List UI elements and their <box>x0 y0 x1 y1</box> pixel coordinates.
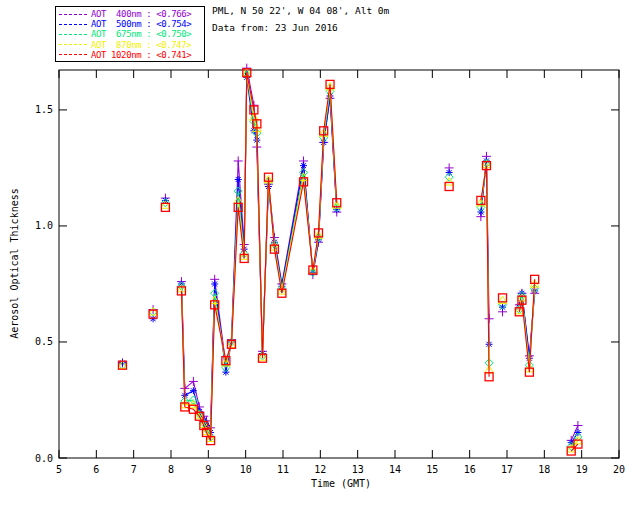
x-axis-title: Time (GMT) <box>296 478 386 489</box>
y-tick-label-1.5: 1.5 <box>35 104 53 115</box>
legend-line-sample-500nm <box>59 24 87 25</box>
y-axis-title: Aerosol Optical Thickness <box>9 184 20 344</box>
legend-label-870nm: AOT 870nm : <0.747> <box>91 40 191 50</box>
legend-entry-675nm: AOT 675nm : <0.750> <box>59 29 204 39</box>
legend-entry-870nm: AOT 870nm : <0.747> <box>59 40 204 50</box>
y-tick-label-0.0: 0.0 <box>35 453 53 464</box>
x-tick-label-11: 11 <box>277 464 289 475</box>
x-tick-label-5: 5 <box>56 464 62 475</box>
x-tick-label-17: 17 <box>501 464 513 475</box>
legend-line-sample-870nm <box>59 44 87 45</box>
aot-plot-screen: 5678910111213141516171819200.00.51.01.5 … <box>0 0 640 512</box>
station-header: PML, N 50 22', W 04 08', Alt 0m <box>212 5 389 17</box>
legend-label-400nm: AOT 400nm : <0.766> <box>91 9 191 19</box>
x-tick-label-15: 15 <box>426 464 438 475</box>
x-tick-label-19: 19 <box>576 464 588 475</box>
x-tick-label-10: 10 <box>240 464 252 475</box>
legend-line-sample-675nm <box>59 34 87 35</box>
x-tick-label-6: 6 <box>93 464 99 475</box>
plot-frame: 5678910111213141516171819200.00.51.01.5 <box>35 70 625 475</box>
x-tick-label-9: 9 <box>205 464 211 475</box>
legend-entry-500nm: AOT 500nm : <0.754> <box>59 19 204 29</box>
legend-line-sample-1020nm <box>59 54 87 55</box>
legend-entry-400nm: AOT 400nm : <0.766> <box>59 9 204 19</box>
series-870nm <box>118 69 582 452</box>
x-tick-label-8: 8 <box>168 464 174 475</box>
y-tick-label-1.0: 1.0 <box>35 220 53 231</box>
chart-svg: 5678910111213141516171819200.00.51.01.5 <box>0 0 640 512</box>
legend-entry-1020nm: AOT 1020nm : <0.741> <box>59 50 204 60</box>
legend-label-500nm: AOT 500nm : <0.754> <box>91 19 191 29</box>
y-tick-label-0.5: 0.5 <box>35 336 53 347</box>
x-tick-label-7: 7 <box>131 464 137 475</box>
date-header: Data from: 23 Jun 2016 <box>212 22 338 34</box>
x-tick-label-13: 13 <box>352 464 364 475</box>
x-tick-label-14: 14 <box>389 464 401 475</box>
legend-label-1020nm: AOT 1020nm : <0.741> <box>91 50 191 60</box>
series-1020nm <box>118 69 581 455</box>
series-400nm <box>118 64 582 445</box>
x-tick-label-12: 12 <box>314 464 326 475</box>
legend: AOT 400nm : <0.766>AOT 500nm : <0.754>AO… <box>55 6 205 62</box>
x-tick-label-16: 16 <box>464 464 476 475</box>
x-tick-label-18: 18 <box>538 464 550 475</box>
x-tick-label-20: 20 <box>613 464 625 475</box>
legend-label-675nm: AOT 675nm : <0.750> <box>91 29 191 39</box>
legend-line-sample-400nm <box>59 14 87 15</box>
series-500nm <box>119 74 581 446</box>
